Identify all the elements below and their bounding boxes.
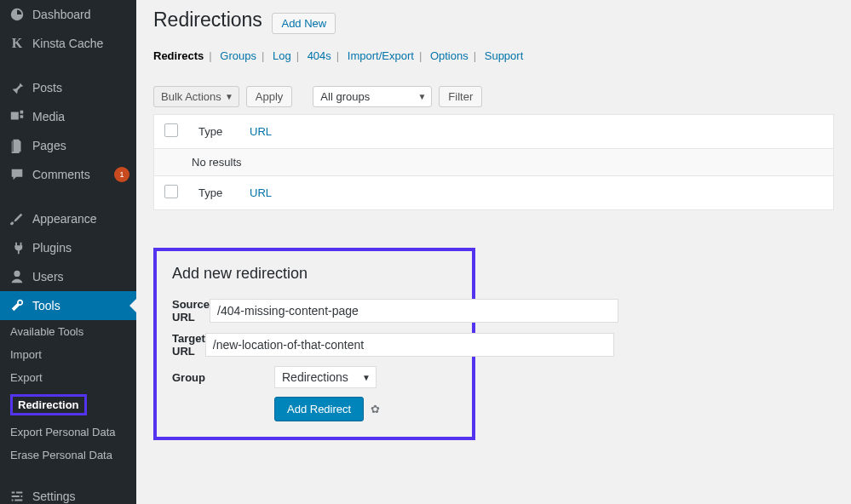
k-icon: K [9, 35, 26, 52]
caret-down-icon: ▼ [225, 92, 233, 101]
page-icon [9, 137, 26, 154]
gear-icon[interactable]: ✿ [371, 403, 380, 415]
add-redirection-form: Add new redirection Source URL Target UR… [153, 248, 475, 440]
brush-icon [9, 210, 26, 227]
sidebar-label: Dashboard [32, 8, 129, 21]
add-new-button[interactable]: Add New [272, 13, 336, 34]
sidebar-label: Settings [32, 490, 129, 503]
sidebar-item-users[interactable]: Users [0, 262, 136, 291]
redirects-table: Type URL No results Type URL [153, 114, 834, 210]
comments-count-badge: 1 [114, 167, 129, 182]
sidebar-label: Appearance [32, 212, 129, 226]
sidebar-label: Pages [32, 139, 129, 152]
col-type: Type [188, 115, 239, 149]
sidebar-item-pages[interactable]: Pages [0, 131, 136, 160]
apply-button[interactable]: Apply [246, 86, 293, 107]
sidebar-item-comments[interactable]: Comments 1 [0, 160, 136, 189]
tab-404s[interactable]: 404s [308, 49, 331, 62]
caret-down-icon: ▼ [417, 92, 426, 101]
sidebar-item-plugins[interactable]: Plugins [0, 233, 136, 262]
group-label: Group [172, 371, 274, 384]
sidebar-label: Tools [32, 299, 129, 312]
sidebar-item-media[interactable]: Media [0, 102, 136, 131]
sidebar-label: Kinsta Cache [32, 37, 129, 50]
sidebar-label: Plugins [32, 241, 129, 255]
sidebar-label: Comments [32, 168, 111, 181]
caret-down-icon: ▼ [362, 373, 371, 382]
tab-groups[interactable]: Groups [220, 49, 256, 62]
target-url-label: Target URL [172, 332, 205, 358]
bulk-actions-select[interactable]: Bulk Actions▼ [153, 86, 239, 107]
source-url-input[interactable] [210, 299, 618, 323]
submenu-available-tools[interactable]: Available Tools [0, 320, 136, 343]
tab-import-export[interactable]: Import/Export [348, 49, 414, 62]
source-url-label: Source URL [172, 298, 210, 324]
sidebar-item-tools[interactable]: Tools [0, 291, 136, 320]
comment-icon [9, 166, 26, 183]
submenu-import[interactable]: Import [0, 343, 136, 366]
form-heading: Add new redirection [172, 265, 455, 283]
main-content: Redirections Add New Redirects| Groups| … [136, 0, 851, 504]
tab-options[interactable]: Options [430, 49, 469, 62]
filter-button[interactable]: Filter [439, 86, 482, 107]
admin-sidebar: Dashboard K Kinsta Cache Posts Media Pag… [0, 0, 136, 504]
sidebar-item-posts[interactable]: Posts [0, 73, 136, 102]
submenu-redirection[interactable]: Redirection [0, 389, 136, 421]
submenu-erase-personal[interactable]: Erase Personal Data [0, 444, 136, 467]
sidebar-label: Media [32, 110, 129, 123]
submenu-export-personal[interactable]: Export Personal Data [0, 421, 136, 444]
tab-log[interactable]: Log [273, 49, 291, 62]
select-all-checkbox-bottom[interactable] [164, 185, 178, 198]
plug-icon [9, 239, 26, 256]
group-filter-select[interactable]: All groups▼ [313, 86, 432, 107]
sidebar-label: Posts [32, 81, 129, 94]
sidebar-label: Users [32, 270, 129, 284]
select-all-checkbox[interactable] [164, 123, 178, 137]
sidebar-item-settings[interactable]: Settings [0, 482, 136, 504]
tablenav-top: Bulk Actions▼ Apply All groups▼ Filter [153, 86, 834, 107]
group-select[interactable]: Redirections▼ [274, 366, 377, 388]
submenu-export[interactable]: Export [0, 366, 136, 389]
target-url-input[interactable] [205, 333, 614, 357]
sliders-icon [9, 488, 26, 504]
col-url: URL [239, 115, 834, 149]
sidebar-item-appearance[interactable]: Appearance [0, 204, 136, 233]
sidebar-item-kinsta[interactable]: K Kinsta Cache [0, 29, 136, 58]
tab-support[interactable]: Support [485, 49, 524, 62]
tab-bar: Redirects| Groups| Log| 404s| Import/Exp… [153, 49, 834, 62]
tab-redirects[interactable]: Redirects [153, 49, 204, 62]
col-type-foot: Type [188, 176, 239, 210]
pin-icon [9, 79, 26, 96]
page-title: Redirections [153, 9, 262, 32]
dashboard-icon [9, 6, 26, 23]
wrench-icon [9, 297, 26, 314]
user-icon [9, 268, 26, 285]
no-results-cell: No results [154, 149, 834, 176]
media-icon [9, 108, 26, 125]
add-redirect-button[interactable]: Add Redirect [274, 397, 364, 421]
sidebar-item-dashboard[interactable]: Dashboard [0, 0, 136, 29]
col-url-foot: URL [239, 176, 834, 210]
